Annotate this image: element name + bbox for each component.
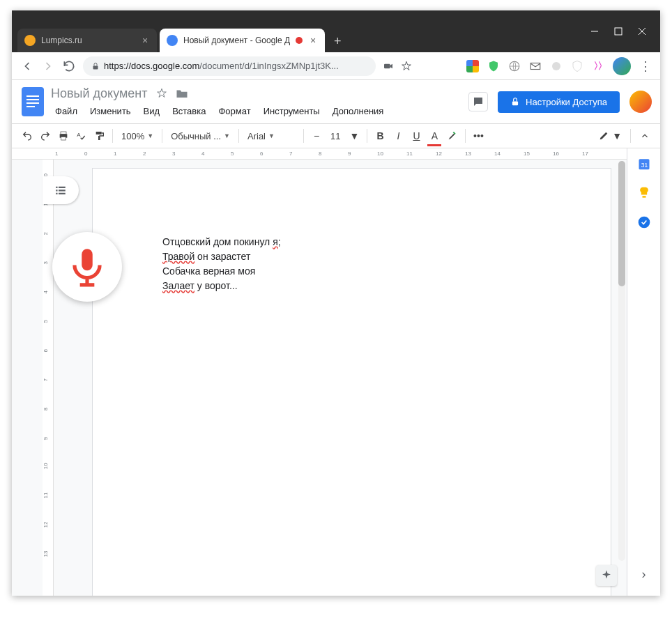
svg-rect-17: [61, 137, 66, 140]
font-select[interactable]: Arial▼: [243, 131, 299, 141]
side-panel: 31 ›: [627, 148, 660, 596]
browser-tab-lumpics[interactable]: Lumpics.ru ×: [17, 29, 157, 52]
close-icon[interactable]: ×: [308, 36, 318, 45]
collapse-toolbar-button[interactable]: [636, 128, 653, 144]
vertical-scrollbar[interactable]: [618, 161, 625, 561]
svg-rect-7: [530, 63, 540, 69]
reload-icon[interactable]: [62, 59, 76, 73]
share-button[interactable]: Настройки Доступа: [498, 91, 620, 113]
menu-format[interactable]: Формат: [214, 105, 254, 118]
svg-rect-21: [59, 187, 66, 188]
menu-file[interactable]: Файл: [51, 105, 82, 118]
more-button[interactable]: •••: [470, 128, 487, 144]
docs-logo[interactable]: [20, 85, 45, 118]
close-icon[interactable]: ×: [140, 36, 150, 45]
globe-icon[interactable]: [508, 60, 521, 72]
share-label: Настройки Доступа: [526, 97, 607, 107]
profile-avatar[interactable]: [613, 57, 631, 75]
svg-rect-26: [82, 249, 93, 270]
bold-button[interactable]: B: [372, 128, 388, 144]
ext-icon-6[interactable]: [571, 60, 583, 72]
scroll-thumb[interactable]: [618, 161, 625, 286]
style-select[interactable]: Обычный ...▼: [167, 131, 234, 141]
svg-rect-29: [642, 196, 646, 198]
mail-icon[interactable]: [529, 60, 542, 72]
svg-point-8: [552, 62, 560, 70]
voice-typing-widget[interactable]: [52, 232, 122, 302]
user-avatar[interactable]: [629, 91, 652, 113]
microphone-icon: [66, 245, 109, 288]
svg-rect-9: [22, 87, 44, 116]
menu-view[interactable]: Вид: [139, 105, 165, 118]
document-content[interactable]: Отцовский дом покинул я;Травой он зараст…: [93, 169, 611, 360]
highlight-button[interactable]: [444, 128, 461, 144]
menu-edit[interactable]: Изменить: [86, 105, 135, 118]
recording-indicator: [296, 37, 303, 44]
spellcheck-button[interactable]: A: [73, 128, 90, 144]
camera-icon[interactable]: [383, 61, 394, 72]
window-controls: [576, 10, 660, 52]
underline-button[interactable]: U: [408, 128, 425, 144]
menu-tools[interactable]: Инструменты: [259, 105, 324, 118]
svg-rect-22: [56, 190, 57, 191]
close-window-icon[interactable]: [638, 27, 646, 36]
tab-strip: Lumpics.ru × Новый документ - Google Д ×…: [12, 10, 576, 52]
new-tab-button[interactable]: +: [328, 31, 347, 51]
folder-icon[interactable]: [176, 88, 188, 99]
browser-tab-docs[interactable]: Новый документ - Google Д ×: [160, 29, 325, 52]
toolbar: A 100%▼ Обычный ...▼ Arial▼ − 11 ▼ B I U…: [12, 123, 660, 148]
forward-icon[interactable]: [41, 59, 55, 73]
docs-header: Новый документ Файл Изменить Вид Вставка…: [12, 80, 660, 123]
font-size-decrease[interactable]: −: [308, 128, 325, 144]
print-button[interactable]: [55, 128, 72, 144]
svg-rect-23: [59, 190, 66, 191]
document-page[interactable]: Отцовский дом покинул я;Травой он зараст…: [92, 168, 611, 596]
svg-rect-25: [59, 193, 66, 194]
url-box[interactable]: https://docs.google.com/document/d/1inIn…: [83, 56, 376, 76]
calendar-icon[interactable]: 31: [637, 157, 651, 171]
svg-rect-4: [93, 65, 98, 69]
horizontal-ruler[interactable]: 101234567891011121314151617: [12, 148, 627, 160]
ext-icon-5[interactable]: [550, 60, 563, 72]
vertical-ruler[interactable]: 012345678910111213: [43, 160, 54, 596]
editing-mode-button[interactable]: ▼: [595, 128, 625, 144]
keep-icon[interactable]: [637, 186, 651, 200]
paint-format-button[interactable]: [91, 128, 108, 144]
undo-button[interactable]: [19, 128, 36, 144]
doc-title[interactable]: Новый документ: [51, 86, 148, 101]
redo-button[interactable]: [37, 128, 54, 144]
svg-rect-10: [26, 95, 39, 97]
svg-rect-13: [26, 106, 35, 107]
ext-icon-1[interactable]: [466, 60, 479, 72]
explore-button[interactable]: [596, 565, 617, 586]
side-panel-collapse[interactable]: ›: [642, 567, 646, 582]
workspace: 101234567891011121314151617 012345678910…: [12, 148, 660, 596]
menu-bar: Файл Изменить Вид Вставка Формат Инструм…: [51, 105, 463, 118]
star-icon[interactable]: [156, 88, 167, 99]
svg-rect-14: [512, 101, 518, 105]
shield-icon[interactable]: [487, 60, 500, 72]
doc-title-area: Новый документ Файл Изменить Вид Вставка…: [51, 86, 463, 118]
menu-insert[interactable]: Вставка: [168, 105, 210, 118]
font-size-select[interactable]: 11: [326, 131, 344, 141]
tasks-icon[interactable]: [637, 215, 651, 229]
url-text: https://docs.google.com/document/d/1inIn…: [104, 61, 339, 71]
svg-rect-15: [61, 132, 66, 134]
back-icon[interactable]: [20, 59, 34, 73]
star-icon[interactable]: [401, 61, 412, 72]
minimize-icon[interactable]: [590, 27, 599, 36]
editor-area: 101234567891011121314151617 012345678910…: [12, 148, 627, 596]
comments-button[interactable]: [468, 92, 488, 111]
italic-button[interactable]: I: [390, 128, 406, 144]
svg-rect-19: [96, 132, 102, 134]
browser-menu-icon[interactable]: ⋮: [639, 59, 652, 74]
zoom-select[interactable]: 100%▼: [117, 131, 158, 141]
menu-addons[interactable]: Дополнения: [328, 105, 388, 118]
svg-point-30: [638, 217, 650, 229]
ext-icon-7[interactable]: [592, 60, 604, 72]
maximize-icon[interactable]: [614, 27, 623, 36]
text-color-button[interactable]: A: [426, 128, 443, 144]
lock-icon: [91, 62, 100, 70]
font-size-increase[interactable]: ▼: [346, 128, 362, 144]
outline-toggle[interactable]: [43, 176, 79, 204]
